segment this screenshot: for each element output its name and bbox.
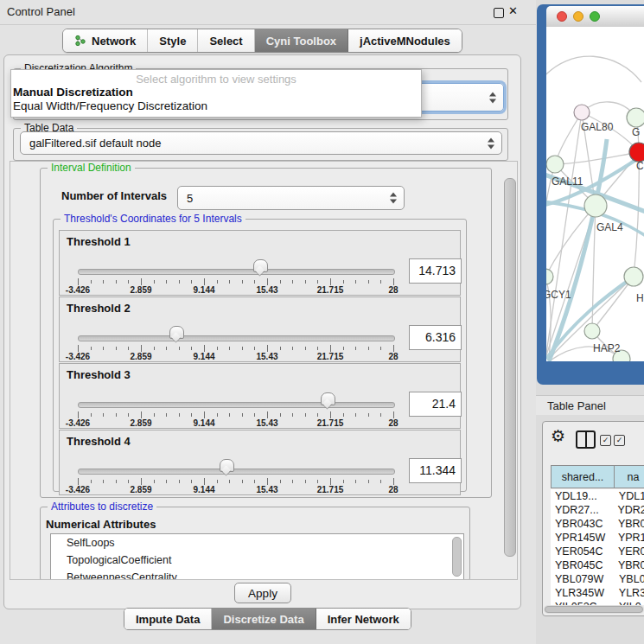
dropdown-option-manual[interactable]: Manual Discretization xyxy=(13,86,133,99)
network-view-window: GAL80GCGAL11GAL4GCY1HHAP2 xyxy=(537,4,644,385)
tick-mark xyxy=(355,347,356,350)
tab-select[interactable]: Select xyxy=(198,29,254,52)
network-canvas[interactable]: GAL80GCGAL11GAL4GCY1HHAP2 xyxy=(546,27,644,361)
threshold-value-field[interactable]: 6.316 xyxy=(409,325,462,350)
slider-thumb[interactable] xyxy=(253,259,268,272)
network-node[interactable] xyxy=(546,269,553,284)
table-row[interactable]: YLR345WYLR3 xyxy=(551,586,644,600)
table-row[interactable]: YPR145WYPR1 xyxy=(551,531,644,545)
cell-shared-name[interactable]: YDL19... xyxy=(551,490,615,502)
network-edge xyxy=(546,56,641,82)
tab-cyni-toolbox[interactable]: Cyni Toolbox xyxy=(255,29,348,52)
cell-shared-name[interactable]: YPR145W xyxy=(551,532,614,544)
tick-mark xyxy=(103,280,104,284)
attribute-item[interactable]: BetweennessCentrality xyxy=(51,569,463,580)
checkbox-icon[interactable]: ✓ xyxy=(614,435,625,446)
cell-name[interactable]: YBL0 xyxy=(615,573,644,585)
table-row[interactable]: YDL19...YDL1 xyxy=(551,489,644,503)
tick-mark xyxy=(78,478,79,485)
network-node[interactable] xyxy=(624,267,643,286)
cell-name[interactable]: YER0 xyxy=(614,545,644,558)
tab-jactivemnodules[interactable]: jActiveMNodules xyxy=(348,29,462,52)
table-data-select[interactable]: galFiltered.sif default node xyxy=(20,131,502,155)
cell-name[interactable]: YBR0 xyxy=(614,518,644,530)
cell-shared-name[interactable]: YER054C xyxy=(551,545,614,558)
column-header-shared[interactable]: shared... xyxy=(551,465,615,488)
number-of-intervals-select[interactable]: 5 xyxy=(177,186,405,210)
table-row[interactable]: YDR27...YDR2 xyxy=(551,503,644,517)
table-panel-window: ⚙ ✓ ✓ shared... na YDL19...YDL1YDR27...Y… xyxy=(542,421,644,616)
cell-name[interactable]: YBR0 xyxy=(614,559,644,571)
minimize-traffic-light-icon[interactable] xyxy=(573,11,583,22)
threshold-value-field[interactable]: 11.344 xyxy=(409,458,462,483)
gear-icon[interactable]: ⚙ xyxy=(551,428,565,444)
group-title: Attributes to discretize xyxy=(48,501,156,513)
table-row[interactable]: YBR045CYBR0 xyxy=(551,558,644,572)
tab-label: Infer Network xyxy=(328,613,399,626)
attribute-item[interactable]: SelfLoops xyxy=(51,534,463,552)
slider-track[interactable] xyxy=(78,402,395,408)
network-window-titlebar[interactable] xyxy=(546,6,644,28)
cell-name[interactable]: YDL1 xyxy=(615,490,644,502)
threshold-value-field[interactable]: 21.4 xyxy=(409,392,462,417)
threshold-label: Threshold 3 xyxy=(67,368,131,381)
tab-network[interactable]: Network xyxy=(63,29,148,52)
tick-mark xyxy=(217,347,218,350)
tab-infer-network[interactable]: Infer Network xyxy=(316,609,411,629)
tab-impute-data[interactable]: Impute Data xyxy=(124,609,212,629)
cell-name[interactable]: YDR2 xyxy=(613,504,644,516)
network-node[interactable] xyxy=(627,108,644,127)
network-node[interactable] xyxy=(584,323,600,339)
slider-track[interactable] xyxy=(78,469,395,475)
network-icon xyxy=(74,35,86,47)
tick-mark xyxy=(242,347,243,350)
tab-style[interactable]: Style xyxy=(148,29,198,52)
cell-shared-name[interactable]: YLR345W xyxy=(551,587,615,599)
float-window-icon[interactable] xyxy=(494,8,504,18)
zoom-traffic-light-icon[interactable] xyxy=(590,11,600,22)
scrollbar-thumb[interactable] xyxy=(545,606,643,613)
cell-name[interactable]: YPR1 xyxy=(614,532,644,544)
cell-shared-name[interactable]: YBR043C xyxy=(551,518,614,530)
close-icon[interactable]: ✕ xyxy=(508,4,518,17)
checkbox-icon[interactable]: ✓ xyxy=(600,435,611,446)
slider-scale: -3.4262.8599.14415.4321.71528 xyxy=(78,352,394,362)
table-body: YDL19...YDL1YDR27...YDR2YBR043CYBR0YPR14… xyxy=(551,489,644,605)
network-node[interactable] xyxy=(546,156,564,173)
horizontal-scrollbar[interactable] xyxy=(544,605,644,614)
network-node[interactable] xyxy=(584,194,607,217)
apply-button[interactable]: Apply xyxy=(234,583,291,603)
table-row[interactable]: YBR043CYBR0 xyxy=(551,517,644,531)
algorithm-dropdown: Select algorithm to view settings Manual… xyxy=(10,69,422,118)
slider-thumb[interactable] xyxy=(169,326,184,339)
tick-mark xyxy=(204,478,205,485)
list-scrollbar[interactable] xyxy=(452,537,462,577)
panel-scrollbar[interactable] xyxy=(504,178,516,557)
table-row[interactable]: YER054CYER0 xyxy=(551,545,644,558)
cell-shared-name[interactable]: YBL079W xyxy=(551,573,615,585)
slider-track[interactable] xyxy=(78,335,395,341)
slider-thumb[interactable] xyxy=(321,392,335,405)
tick-mark xyxy=(305,413,306,417)
threshold-value-field[interactable]: 14.713 xyxy=(409,258,462,284)
scale-label: 2.859 xyxy=(130,485,151,494)
table-row[interactable]: YBL079WYBL0 xyxy=(551,572,644,586)
tab-discretize-data[interactable]: Discretize Data xyxy=(212,609,316,629)
close-traffic-light-icon[interactable] xyxy=(557,11,567,22)
scale-label: 28 xyxy=(388,352,398,361)
tick-mark xyxy=(343,347,344,350)
attribute-item[interactable]: TopologicalCoefficient xyxy=(51,552,463,569)
cell-shared-name[interactable]: YBR045C xyxy=(551,559,614,571)
cell-shared-name[interactable]: YDR27... xyxy=(551,504,613,516)
column-header-name[interactable]: na xyxy=(615,465,644,488)
slider-thumb[interactable] xyxy=(220,459,234,472)
network-node[interactable] xyxy=(574,105,590,120)
numerical-attributes-list[interactable]: SelfLoopsTopologicalCoefficientBetweenne… xyxy=(50,533,464,580)
split-columns-icon[interactable] xyxy=(576,430,596,449)
dropdown-option-equal-width[interactable]: Equal Width/Frequency Discretization xyxy=(13,99,207,112)
scale-label: 2.859 xyxy=(130,352,151,361)
cell-name[interactable]: YLR3 xyxy=(615,587,644,599)
network-node[interactable] xyxy=(629,143,644,162)
tick-mark xyxy=(368,480,369,483)
slider-track[interactable] xyxy=(78,269,395,275)
